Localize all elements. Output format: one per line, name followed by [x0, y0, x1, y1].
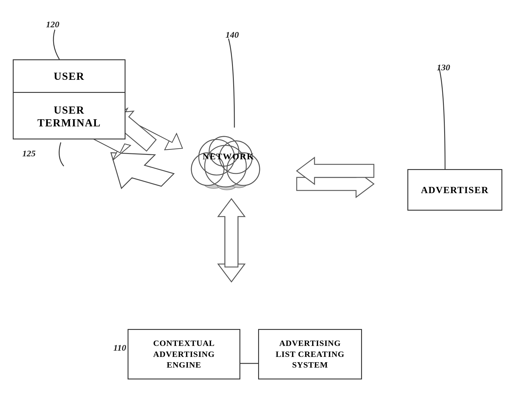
alcs-box: ADVERTISINGLIST CREATINGSYSTEM — [258, 329, 362, 379]
ref-125: 125 — [22, 148, 36, 158]
diagram-container: 120 USER USER TERMINAL 125 140 NETWORK 1… — [0, 0, 532, 418]
network-label: NETWORK — [172, 151, 285, 161]
advertiser-box: ADVERTISER — [407, 169, 502, 211]
svg-marker-27 — [297, 158, 374, 184]
ref-110: 110 — [113, 343, 126, 353]
svg-marker-26 — [297, 171, 374, 197]
arrow-user-network — [99, 132, 174, 207]
svg-marker-29 — [218, 199, 245, 267]
svg-marker-28 — [218, 214, 245, 282]
svg-point-8 — [230, 177, 248, 188]
cae-box: CONTEXTUALADVERTISINGENGINE — [128, 329, 240, 379]
user-terminal-label: USER TERMINAL — [14, 93, 125, 140]
ref-140: 140 — [225, 30, 239, 40]
svg-point-6 — [203, 177, 224, 188]
network-cloud — [191, 136, 260, 190]
user-terminal-box: USER USER TERMINAL — [13, 59, 126, 139]
svg-marker-21 — [99, 132, 174, 207]
svg-point-7 — [217, 178, 237, 190]
user-label: USER — [14, 60, 125, 93]
ref-120: 120 — [46, 19, 59, 29]
ref-130: 130 — [437, 62, 450, 72]
